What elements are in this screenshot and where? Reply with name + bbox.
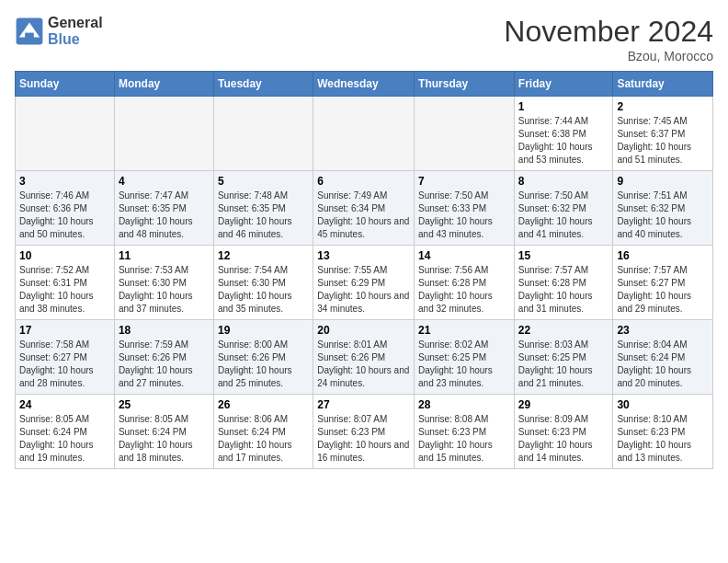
day-number: 26 <box>218 398 309 411</box>
calendar-cell <box>415 97 515 171</box>
calendar-cell: 1Sunrise: 7:44 AM Sunset: 6:38 PM Daylig… <box>514 97 613 171</box>
day-info: Sunrise: 7:56 AM Sunset: 6:28 PM Dayligh… <box>418 264 510 316</box>
day-info: Sunrise: 8:08 AM Sunset: 6:23 PM Dayligh… <box>418 413 510 465</box>
calendar-cell: 23Sunrise: 8:04 AM Sunset: 6:24 PM Dayli… <box>613 320 713 395</box>
day-number: 19 <box>218 324 309 337</box>
day-info: Sunrise: 7:52 AM Sunset: 6:31 PM Dayligh… <box>19 264 110 316</box>
day-info: Sunrise: 7:44 AM Sunset: 6:38 PM Dayligh… <box>518 115 609 167</box>
calendar-cell: 6Sunrise: 7:49 AM Sunset: 6:34 PM Daylig… <box>313 171 415 246</box>
day-info: Sunrise: 7:45 AM Sunset: 6:37 PM Dayligh… <box>617 115 709 167</box>
day-info: Sunrise: 7:50 AM Sunset: 6:33 PM Dayligh… <box>418 190 510 241</box>
day-number: 16 <box>617 249 709 262</box>
calendar-cell: 27Sunrise: 8:07 AM Sunset: 6:23 PM Dayli… <box>313 395 415 469</box>
weekday-header-friday: Friday <box>514 72 613 97</box>
day-info: Sunrise: 7:48 AM Sunset: 6:35 PM Dayligh… <box>218 190 309 241</box>
calendar-cell: 25Sunrise: 8:05 AM Sunset: 6:24 PM Dayli… <box>114 395 213 469</box>
weekday-header-row: SundayMondayTuesdayWednesdayThursdayFrid… <box>16 72 713 97</box>
week-row-2: 3Sunrise: 7:46 AM Sunset: 6:36 PM Daylig… <box>16 171 713 246</box>
calendar-cell: 30Sunrise: 8:10 AM Sunset: 6:23 PM Dayli… <box>613 395 713 469</box>
calendar-cell: 26Sunrise: 8:06 AM Sunset: 6:24 PM Dayli… <box>213 395 313 469</box>
title-area: November 2024 Bzou, Morocco <box>504 15 713 63</box>
day-number: 12 <box>218 249 309 262</box>
day-number: 8 <box>518 175 609 188</box>
calendar-cell: 29Sunrise: 8:09 AM Sunset: 6:23 PM Dayli… <box>514 395 613 469</box>
day-info: Sunrise: 7:47 AM Sunset: 6:35 PM Dayligh… <box>119 190 210 241</box>
calendar-cell: 12Sunrise: 7:54 AM Sunset: 6:30 PM Dayli… <box>213 246 313 320</box>
calendar-cell: 19Sunrise: 8:00 AM Sunset: 6:26 PM Dayli… <box>213 320 313 395</box>
day-info: Sunrise: 7:50 AM Sunset: 6:32 PM Dayligh… <box>518 190 609 241</box>
calendar-cell: 20Sunrise: 8:01 AM Sunset: 6:26 PM Dayli… <box>313 320 415 395</box>
day-number: 18 <box>119 324 210 337</box>
day-info: Sunrise: 7:54 AM Sunset: 6:30 PM Dayligh… <box>218 264 309 316</box>
day-number: 23 <box>617 324 709 337</box>
svg-rect-2 <box>25 33 34 39</box>
location: Bzou, Morocco <box>504 49 713 63</box>
calendar-cell: 10Sunrise: 7:52 AM Sunset: 6:31 PM Dayli… <box>16 246 115 320</box>
calendar-cell: 3Sunrise: 7:46 AM Sunset: 6:36 PM Daylig… <box>16 171 115 246</box>
calendar-cell <box>313 97 415 171</box>
day-info: Sunrise: 8:02 AM Sunset: 6:25 PM Dayligh… <box>418 339 510 390</box>
week-row-4: 17Sunrise: 7:58 AM Sunset: 6:27 PM Dayli… <box>16 320 713 395</box>
calendar-cell <box>213 97 313 171</box>
day-info: Sunrise: 8:04 AM Sunset: 6:24 PM Dayligh… <box>617 339 709 390</box>
calendar-cell: 13Sunrise: 7:55 AM Sunset: 6:29 PM Dayli… <box>313 246 415 320</box>
calendar-cell: 4Sunrise: 7:47 AM Sunset: 6:35 PM Daylig… <box>114 171 213 246</box>
day-number: 9 <box>617 175 709 188</box>
calendar-cell: 28Sunrise: 8:08 AM Sunset: 6:23 PM Dayli… <box>415 395 515 469</box>
calendar-table: SundayMondayTuesdayWednesdayThursdayFrid… <box>15 71 713 469</box>
calendar-cell: 21Sunrise: 8:02 AM Sunset: 6:25 PM Dayli… <box>415 320 515 395</box>
day-number: 6 <box>317 175 410 188</box>
day-number: 13 <box>317 249 410 262</box>
weekday-header-saturday: Saturday <box>613 72 713 97</box>
calendar-cell: 18Sunrise: 7:59 AM Sunset: 6:26 PM Dayli… <box>114 320 213 395</box>
day-number: 15 <box>518 249 609 262</box>
day-info: Sunrise: 7:51 AM Sunset: 6:32 PM Dayligh… <box>617 190 709 241</box>
day-info: Sunrise: 8:09 AM Sunset: 6:23 PM Dayligh… <box>518 413 609 465</box>
day-number: 14 <box>418 249 510 262</box>
day-info: Sunrise: 7:49 AM Sunset: 6:34 PM Dayligh… <box>317 190 410 241</box>
day-number: 11 <box>119 249 210 262</box>
day-number: 4 <box>119 175 210 188</box>
day-number: 10 <box>19 249 110 262</box>
day-info: Sunrise: 7:58 AM Sunset: 6:27 PM Dayligh… <box>19 339 110 390</box>
day-number: 5 <box>218 175 309 188</box>
day-number: 28 <box>418 398 510 411</box>
day-info: Sunrise: 8:06 AM Sunset: 6:24 PM Dayligh… <box>218 413 309 465</box>
day-number: 2 <box>617 100 709 113</box>
day-info: Sunrise: 8:05 AM Sunset: 6:24 PM Dayligh… <box>119 413 210 465</box>
day-info: Sunrise: 8:10 AM Sunset: 6:23 PM Dayligh… <box>617 413 709 465</box>
day-info: Sunrise: 7:53 AM Sunset: 6:30 PM Dayligh… <box>119 264 210 316</box>
calendar-cell: 7Sunrise: 7:50 AM Sunset: 6:33 PM Daylig… <box>415 171 515 246</box>
weekday-header-tuesday: Tuesday <box>213 72 313 97</box>
calendar-cell: 14Sunrise: 7:56 AM Sunset: 6:28 PM Dayli… <box>415 246 515 320</box>
calendar-cell: 24Sunrise: 8:05 AM Sunset: 6:24 PM Dayli… <box>16 395 115 469</box>
day-info: Sunrise: 7:59 AM Sunset: 6:26 PM Dayligh… <box>119 339 210 390</box>
weekday-header-monday: Monday <box>114 72 213 97</box>
calendar-cell: 15Sunrise: 7:57 AM Sunset: 6:28 PM Dayli… <box>514 246 613 320</box>
logo-text: General Blue <box>48 15 103 48</box>
day-info: Sunrise: 8:01 AM Sunset: 6:26 PM Dayligh… <box>317 339 410 390</box>
day-info: Sunrise: 7:57 AM Sunset: 6:27 PM Dayligh… <box>617 264 709 316</box>
header: General Blue November 2024 Bzou, Morocco <box>15 15 713 63</box>
calendar-cell: 8Sunrise: 7:50 AM Sunset: 6:32 PM Daylig… <box>514 171 613 246</box>
day-number: 3 <box>19 175 110 188</box>
logo-icon <box>15 17 44 46</box>
day-info: Sunrise: 8:07 AM Sunset: 6:23 PM Dayligh… <box>317 413 410 465</box>
month-title: November 2024 <box>504 15 713 49</box>
day-number: 20 <box>317 324 410 337</box>
calendar-cell <box>114 97 213 171</box>
weekday-header-thursday: Thursday <box>415 72 515 97</box>
week-row-5: 24Sunrise: 8:05 AM Sunset: 6:24 PM Dayli… <box>16 395 713 469</box>
day-number: 27 <box>317 398 410 411</box>
weekday-header-sunday: Sunday <box>16 72 115 97</box>
day-number: 30 <box>617 398 709 411</box>
day-info: Sunrise: 8:03 AM Sunset: 6:25 PM Dayligh… <box>518 339 609 390</box>
day-number: 22 <box>518 324 609 337</box>
calendar-cell: 22Sunrise: 8:03 AM Sunset: 6:25 PM Dayli… <box>514 320 613 395</box>
calendar-cell: 16Sunrise: 7:57 AM Sunset: 6:27 PM Dayli… <box>613 246 713 320</box>
day-number: 21 <box>418 324 510 337</box>
logo: General Blue <box>15 15 103 48</box>
calendar-cell: 9Sunrise: 7:51 AM Sunset: 6:32 PM Daylig… <box>613 171 713 246</box>
weekday-header-wednesday: Wednesday <box>313 72 415 97</box>
day-info: Sunrise: 8:00 AM Sunset: 6:26 PM Dayligh… <box>218 339 309 390</box>
